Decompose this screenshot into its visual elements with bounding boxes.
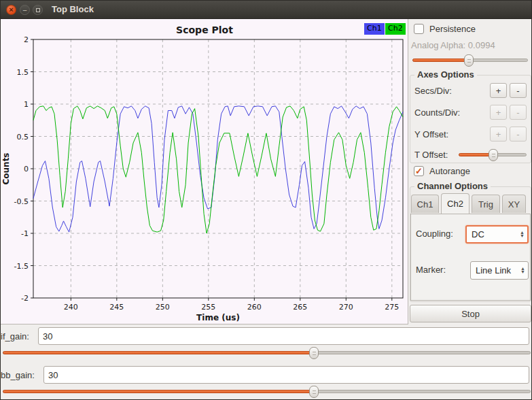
svg-text:-1.5: -1.5: [14, 262, 29, 271]
tab-xy[interactable]: XY: [502, 195, 526, 213]
secs-div-row: Secs/Div: + -: [414, 82, 527, 99]
scope-figure: 24024525025526026527027521.510.50-0.5-1-…: [1, 19, 408, 324]
svg-text:265: 265: [293, 303, 307, 312]
svg-text:-2: -2: [21, 294, 29, 303]
svg-text:245: 245: [109, 303, 124, 312]
axes-options-group: Axes Options Secs/Div: + - Counts/Div: +…: [410, 75, 531, 163]
tab-ch1[interactable]: Ch1: [411, 195, 439, 213]
counts-div-plus-button[interactable]: +: [490, 105, 507, 120]
svg-text:0: 0: [24, 165, 29, 173]
scope-plot-svg: 24024525025526026527027521.510.50-0.5-1-…: [1, 19, 408, 324]
channel-tabs: Ch1 Ch2 Trig XY: [411, 195, 530, 215]
titlebar: × – Top Block: [1, 1, 532, 19]
coupling-combo[interactable]: DC ▲▼: [465, 225, 529, 244]
secs-div-label: Secs/Div:: [414, 86, 487, 96]
svg-text:-1: -1: [21, 229, 29, 238]
y-offset-row: Y Offset: + -: [414, 126, 527, 142]
svg-text:1.5: 1.5: [17, 68, 29, 77]
svg-text:1: 1: [24, 100, 29, 109]
coupling-value: DC: [472, 229, 484, 239]
svg-text:2: 2: [24, 35, 29, 44]
svg-text:250: 250: [156, 303, 170, 312]
svg-text:Time (us): Time (us): [196, 313, 240, 322]
svg-text:0.5: 0.5: [17, 133, 29, 141]
minimize-button[interactable]: –: [20, 5, 30, 15]
svg-text:275: 275: [385, 303, 399, 312]
spinner-arrows-icon[interactable]: ▲▼: [520, 227, 525, 242]
slider-handle[interactable]: [309, 347, 319, 359]
svg-text:Counts: Counts: [1, 152, 11, 184]
marker-value: Line Link: [476, 265, 511, 276]
if-gain-slider[interactable]: [3, 347, 531, 359]
bb-gain-input[interactable]: [43, 366, 529, 384]
slider-handle[interactable]: [464, 54, 474, 67]
svg-text:255: 255: [201, 303, 215, 312]
app-window: × – Top Block 24024525025526026527027521…: [0, 0, 532, 400]
minimize-icon: –: [23, 7, 27, 14]
svg-text:270: 270: [339, 303, 353, 312]
if-gain-input[interactable]: [38, 327, 529, 345]
t-offset-slider[interactable]: [459, 149, 527, 161]
persistence-checkbox-row[interactable]: Persistence: [414, 24, 476, 34]
persistence-checkbox[interactable]: [414, 24, 424, 34]
slider-fill: [412, 59, 469, 62]
analog-alpha-label: Analog Alpha: 0.0994: [411, 40, 495, 50]
coupling-label: Coupling:: [416, 229, 453, 239]
close-icon: ×: [9, 6, 13, 14]
axes-options-title: Axes Options: [414, 69, 477, 80]
maximize-icon: [36, 8, 40, 12]
legend-ch2: Ch2: [385, 23, 406, 35]
close-button[interactable]: ×: [6, 5, 16, 15]
t-offset-label: T Offset:: [414, 150, 459, 160]
bb-gain-label: bb_gain:: [1, 370, 35, 380]
svg-text:-0.5: -0.5: [14, 197, 29, 206]
tab-trig[interactable]: Trig: [472, 195, 500, 213]
y-offset-plus-button[interactable]: +: [490, 127, 507, 141]
y-offset-label: Y Offset:: [414, 129, 487, 139]
legend-ch1: Ch1: [364, 23, 385, 35]
marker-label: Marker:: [416, 265, 446, 275]
maximize-button[interactable]: [33, 5, 43, 15]
autorange-checkbox-row[interactable]: ✓ Autorange: [414, 166, 470, 176]
counts-div-minus-button[interactable]: -: [510, 105, 527, 120]
variable-controls: if_gain: bb_gain:: [1, 324, 532, 400]
slider-fill: [3, 390, 314, 393]
secs-div-minus-button[interactable]: -: [510, 83, 527, 98]
tab-ch2[interactable]: Ch2: [441, 193, 469, 214]
analog-alpha-slider[interactable]: [412, 54, 528, 66]
spinner-arrows-icon[interactable]: ▲▼: [520, 262, 525, 279]
svg-text:240: 240: [64, 303, 78, 312]
slider-handle[interactable]: [309, 386, 319, 398]
bb-gain-slider[interactable]: [3, 386, 531, 397]
svg-text:Scope Plot: Scope Plot: [176, 24, 233, 35]
y-offset-minus-button[interactable]: -: [510, 127, 527, 141]
window-title: Top Block: [52, 4, 94, 14]
autorange-label: Autorange: [429, 166, 470, 176]
channel-options-title: Channel Options: [414, 181, 491, 191]
channel-options-group: Channel Options Ch1 Ch2 Trig XY Coupling…: [410, 186, 531, 302]
channel-tab-panel: Coupling: DC ▲▼ Marker: Line Link ▲▼: [410, 214, 531, 301]
secs-div-plus-button[interactable]: +: [490, 83, 507, 98]
persistence-label: Persistence: [429, 24, 476, 34]
marker-combo[interactable]: Line Link ▲▼: [470, 261, 529, 280]
autorange-checkbox[interactable]: ✓: [414, 166, 424, 176]
counts-div-row: Counts/Div: + -: [414, 104, 527, 120]
stop-button[interactable]: Stop: [410, 305, 531, 322]
counts-div-label: Counts/Div:: [414, 107, 487, 118]
slider-fill: [3, 351, 314, 354]
if-gain-label: if_gain:: [1, 331, 29, 341]
slider-handle[interactable]: [489, 149, 498, 161]
svg-text:260: 260: [247, 303, 262, 312]
control-panel: Persistence Analog Alpha: 0.0994 Axes Op…: [408, 19, 532, 324]
t-offset-row: T Offset:: [414, 146, 527, 163]
